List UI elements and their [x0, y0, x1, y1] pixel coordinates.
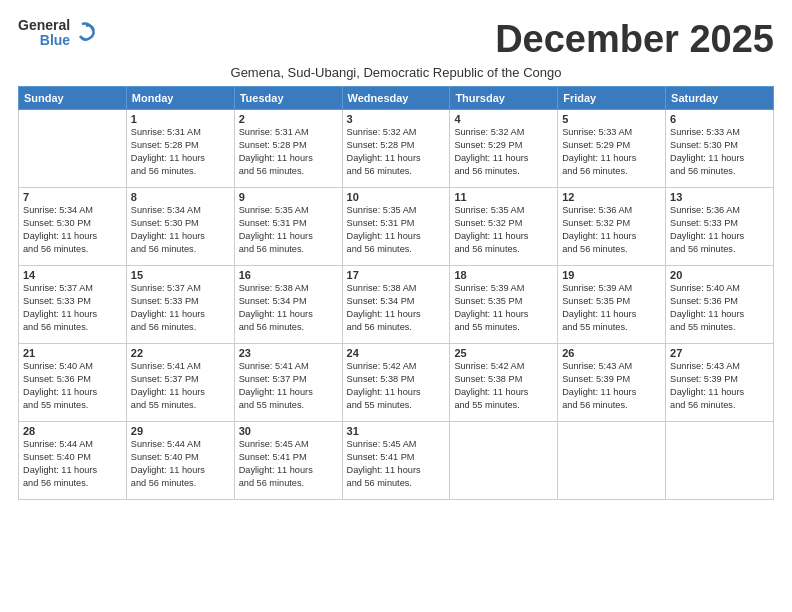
day-number: 8 — [131, 191, 230, 203]
calendar-cell: 28Sunrise: 5:44 AMSunset: 5:40 PMDayligh… — [19, 422, 127, 500]
day-number: 6 — [670, 113, 769, 125]
day-info: Sunrise: 5:36 AMSunset: 5:32 PMDaylight:… — [562, 204, 661, 256]
day-number: 12 — [562, 191, 661, 203]
day-number: 2 — [239, 113, 338, 125]
day-number: 17 — [347, 269, 446, 281]
dow-header-wednesday: Wednesday — [342, 87, 450, 110]
dow-header-friday: Friday — [558, 87, 666, 110]
calendar-subtitle: Gemena, Sud-Ubangi, Democratic Republic … — [18, 65, 774, 80]
day-info: Sunrise: 5:34 AMSunset: 5:30 PMDaylight:… — [23, 204, 122, 256]
day-info: Sunrise: 5:44 AMSunset: 5:40 PMDaylight:… — [23, 438, 122, 490]
dow-header-sunday: Sunday — [19, 87, 127, 110]
day-number: 27 — [670, 347, 769, 359]
calendar-cell: 29Sunrise: 5:44 AMSunset: 5:40 PMDayligh… — [126, 422, 234, 500]
day-info: Sunrise: 5:33 AMSunset: 5:30 PMDaylight:… — [670, 126, 769, 178]
day-info: Sunrise: 5:43 AMSunset: 5:39 PMDaylight:… — [670, 360, 769, 412]
calendar-cell: 30Sunrise: 5:45 AMSunset: 5:41 PMDayligh… — [234, 422, 342, 500]
calendar-cell: 8Sunrise: 5:34 AMSunset: 5:30 PMDaylight… — [126, 188, 234, 266]
week-row-3: 21Sunrise: 5:40 AMSunset: 5:36 PMDayligh… — [19, 344, 774, 422]
month-title: December 2025 — [495, 18, 774, 61]
dow-header-thursday: Thursday — [450, 87, 558, 110]
day-number: 10 — [347, 191, 446, 203]
day-info: Sunrise: 5:39 AMSunset: 5:35 PMDaylight:… — [454, 282, 553, 334]
day-number: 4 — [454, 113, 553, 125]
day-info: Sunrise: 5:43 AMSunset: 5:39 PMDaylight:… — [562, 360, 661, 412]
calendar-cell: 24Sunrise: 5:42 AMSunset: 5:38 PMDayligh… — [342, 344, 450, 422]
day-info: Sunrise: 5:39 AMSunset: 5:35 PMDaylight:… — [562, 282, 661, 334]
calendar-cell: 15Sunrise: 5:37 AMSunset: 5:33 PMDayligh… — [126, 266, 234, 344]
day-number: 25 — [454, 347, 553, 359]
logo-wave-icon — [74, 20, 96, 46]
day-info: Sunrise: 5:41 AMSunset: 5:37 PMDaylight:… — [239, 360, 338, 412]
day-info: Sunrise: 5:31 AMSunset: 5:28 PMDaylight:… — [131, 126, 230, 178]
day-info: Sunrise: 5:31 AMSunset: 5:28 PMDaylight:… — [239, 126, 338, 178]
logo-blue: Blue — [40, 33, 70, 48]
day-number: 19 — [562, 269, 661, 281]
calendar-cell: 12Sunrise: 5:36 AMSunset: 5:32 PMDayligh… — [558, 188, 666, 266]
day-info: Sunrise: 5:34 AMSunset: 5:30 PMDaylight:… — [131, 204, 230, 256]
days-of-week-row: SundayMondayTuesdayWednesdayThursdayFrid… — [19, 87, 774, 110]
calendar-cell: 14Sunrise: 5:37 AMSunset: 5:33 PMDayligh… — [19, 266, 127, 344]
day-info: Sunrise: 5:45 AMSunset: 5:41 PMDaylight:… — [347, 438, 446, 490]
day-number: 7 — [23, 191, 122, 203]
calendar-cell — [19, 110, 127, 188]
day-number: 20 — [670, 269, 769, 281]
day-number: 30 — [239, 425, 338, 437]
logo: General Blue — [18, 18, 96, 49]
day-info: Sunrise: 5:40 AMSunset: 5:36 PMDaylight:… — [670, 282, 769, 334]
day-number: 28 — [23, 425, 122, 437]
calendar-cell — [558, 422, 666, 500]
calendar-cell: 19Sunrise: 5:39 AMSunset: 5:35 PMDayligh… — [558, 266, 666, 344]
calendar-cell: 27Sunrise: 5:43 AMSunset: 5:39 PMDayligh… — [666, 344, 774, 422]
day-info: Sunrise: 5:32 AMSunset: 5:29 PMDaylight:… — [454, 126, 553, 178]
calendar-cell: 21Sunrise: 5:40 AMSunset: 5:36 PMDayligh… — [19, 344, 127, 422]
header: General Blue December 2025 — [18, 18, 774, 61]
calendar-cell: 25Sunrise: 5:42 AMSunset: 5:38 PMDayligh… — [450, 344, 558, 422]
calendar-cell — [450, 422, 558, 500]
day-number: 15 — [131, 269, 230, 281]
calendar-cell: 1Sunrise: 5:31 AMSunset: 5:28 PMDaylight… — [126, 110, 234, 188]
calendar-cell: 2Sunrise: 5:31 AMSunset: 5:28 PMDaylight… — [234, 110, 342, 188]
day-info: Sunrise: 5:37 AMSunset: 5:33 PMDaylight:… — [23, 282, 122, 334]
day-number: 21 — [23, 347, 122, 359]
day-number: 26 — [562, 347, 661, 359]
day-info: Sunrise: 5:32 AMSunset: 5:28 PMDaylight:… — [347, 126, 446, 178]
calendar-cell: 4Sunrise: 5:32 AMSunset: 5:29 PMDaylight… — [450, 110, 558, 188]
day-info: Sunrise: 5:38 AMSunset: 5:34 PMDaylight:… — [347, 282, 446, 334]
calendar-cell: 26Sunrise: 5:43 AMSunset: 5:39 PMDayligh… — [558, 344, 666, 422]
calendar-cell: 5Sunrise: 5:33 AMSunset: 5:29 PMDaylight… — [558, 110, 666, 188]
day-number: 1 — [131, 113, 230, 125]
day-info: Sunrise: 5:33 AMSunset: 5:29 PMDaylight:… — [562, 126, 661, 178]
calendar-cell: 13Sunrise: 5:36 AMSunset: 5:33 PMDayligh… — [666, 188, 774, 266]
day-number: 5 — [562, 113, 661, 125]
day-info: Sunrise: 5:42 AMSunset: 5:38 PMDaylight:… — [454, 360, 553, 412]
day-info: Sunrise: 5:35 AMSunset: 5:31 PMDaylight:… — [347, 204, 446, 256]
day-info: Sunrise: 5:36 AMSunset: 5:33 PMDaylight:… — [670, 204, 769, 256]
calendar-cell: 17Sunrise: 5:38 AMSunset: 5:34 PMDayligh… — [342, 266, 450, 344]
day-number: 18 — [454, 269, 553, 281]
calendar-cell: 23Sunrise: 5:41 AMSunset: 5:37 PMDayligh… — [234, 344, 342, 422]
week-row-1: 7Sunrise: 5:34 AMSunset: 5:30 PMDaylight… — [19, 188, 774, 266]
day-number: 23 — [239, 347, 338, 359]
calendar-cell — [666, 422, 774, 500]
day-info: Sunrise: 5:35 AMSunset: 5:32 PMDaylight:… — [454, 204, 553, 256]
day-number: 9 — [239, 191, 338, 203]
day-info: Sunrise: 5:35 AMSunset: 5:31 PMDaylight:… — [239, 204, 338, 256]
calendar-cell: 6Sunrise: 5:33 AMSunset: 5:30 PMDaylight… — [666, 110, 774, 188]
day-number: 3 — [347, 113, 446, 125]
day-number: 11 — [454, 191, 553, 203]
calendar-cell: 20Sunrise: 5:40 AMSunset: 5:36 PMDayligh… — [666, 266, 774, 344]
dow-header-saturday: Saturday — [666, 87, 774, 110]
day-info: Sunrise: 5:37 AMSunset: 5:33 PMDaylight:… — [131, 282, 230, 334]
calendar-cell: 9Sunrise: 5:35 AMSunset: 5:31 PMDaylight… — [234, 188, 342, 266]
week-row-2: 14Sunrise: 5:37 AMSunset: 5:33 PMDayligh… — [19, 266, 774, 344]
page: General Blue December 2025 Gemena, Sud-U… — [0, 0, 792, 612]
day-number: 16 — [239, 269, 338, 281]
calendar-cell: 18Sunrise: 5:39 AMSunset: 5:35 PMDayligh… — [450, 266, 558, 344]
day-info: Sunrise: 5:45 AMSunset: 5:41 PMDaylight:… — [239, 438, 338, 490]
day-number: 22 — [131, 347, 230, 359]
logo-general: General — [18, 18, 70, 33]
day-number: 13 — [670, 191, 769, 203]
calendar-table: SundayMondayTuesdayWednesdayThursdayFrid… — [18, 86, 774, 500]
day-number: 24 — [347, 347, 446, 359]
